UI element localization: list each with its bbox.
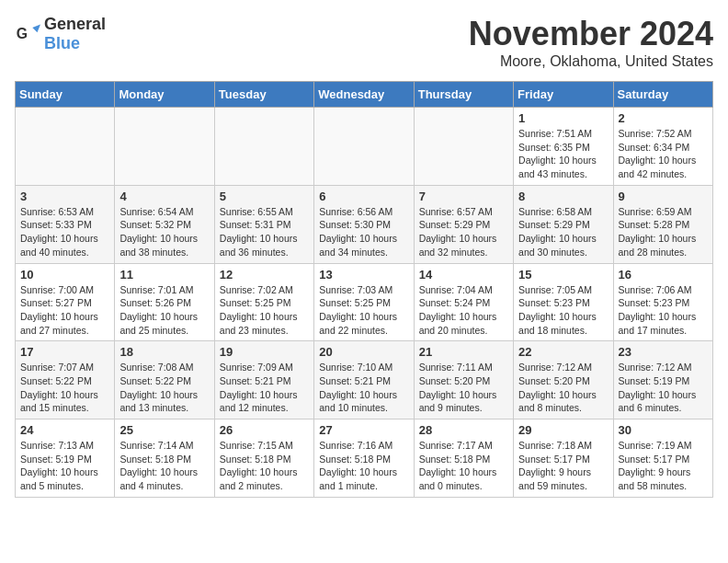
day-number: 7 — [419, 190, 508, 203]
day-info: Sunrise: 7:11 AM Sunset: 5:20 PM Dayligh… — [419, 361, 508, 415]
calendar-body: 1Sunrise: 7:51 AM Sunset: 6:35 PM Daylig… — [16, 108, 713, 498]
day-info: Sunrise: 7:06 AM Sunset: 5:23 PM Dayligh… — [619, 283, 708, 338]
calendar-cell — [414, 108, 513, 186]
calendar-week-row: 3Sunrise: 6:53 AM Sunset: 5:33 PM Daylig… — [16, 185, 713, 263]
weekday-header: Monday — [115, 82, 214, 108]
month-title: November 2024 — [469, 15, 713, 53]
logo: G General Blue — [15, 15, 106, 53]
day-number: 18 — [119, 345, 209, 359]
svg-text:G: G — [17, 26, 28, 41]
day-info: Sunrise: 6:56 AM Sunset: 5:30 PM Dayligh… — [319, 205, 408, 259]
day-number: 22 — [518, 345, 608, 359]
day-info: Sunrise: 7:19 AM Sunset: 5:17 PM Dayligh… — [619, 439, 708, 493]
day-info: Sunrise: 6:55 AM Sunset: 5:31 PM Dayligh… — [220, 205, 309, 259]
day-number: 19 — [220, 345, 309, 359]
day-info: Sunrise: 7:09 AM Sunset: 5:21 PM Dayligh… — [220, 361, 309, 415]
weekday-header: Sunday — [16, 82, 115, 108]
calendar-cell: 22Sunrise: 7:12 AM Sunset: 5:20 PM Dayli… — [514, 341, 613, 419]
calendar-cell: 16Sunrise: 7:06 AM Sunset: 5:23 PM Dayli… — [613, 263, 712, 341]
calendar-cell: 30Sunrise: 7:19 AM Sunset: 5:17 PM Dayli… — [613, 419, 712, 498]
day-info: Sunrise: 7:00 AM Sunset: 5:27 PM Dayligh… — [20, 283, 109, 338]
calendar-cell: 14Sunrise: 7:04 AM Sunset: 5:24 PM Dayli… — [414, 263, 513, 341]
day-info: Sunrise: 7:52 AM Sunset: 6:34 PM Dayligh… — [619, 127, 708, 181]
calendar-cell: 29Sunrise: 7:18 AM Sunset: 5:17 PM Dayli… — [514, 419, 613, 498]
day-number: 11 — [119, 268, 209, 282]
day-info: Sunrise: 7:07 AM Sunset: 5:22 PM Dayligh… — [20, 361, 109, 415]
day-info: Sunrise: 6:53 AM Sunset: 5:33 PM Dayligh… — [20, 205, 109, 259]
calendar-cell: 12Sunrise: 7:02 AM Sunset: 5:25 PM Dayli… — [214, 263, 313, 341]
weekday-header: Saturday — [613, 82, 712, 108]
day-info: Sunrise: 7:02 AM Sunset: 5:25 PM Dayligh… — [220, 283, 309, 338]
calendar-cell: 10Sunrise: 7:00 AM Sunset: 5:27 PM Dayli… — [16, 263, 115, 341]
calendar-cell: 26Sunrise: 7:15 AM Sunset: 5:18 PM Dayli… — [214, 419, 313, 498]
day-info: Sunrise: 6:54 AM Sunset: 5:32 PM Dayligh… — [119, 205, 209, 259]
logo-icon: G — [15, 21, 40, 47]
day-number: 27 — [319, 423, 408, 437]
calendar-cell: 25Sunrise: 7:14 AM Sunset: 5:18 PM Dayli… — [115, 419, 214, 498]
weekday-header: Wednesday — [314, 82, 414, 108]
calendar-cell: 13Sunrise: 7:03 AM Sunset: 5:25 PM Dayli… — [314, 263, 414, 341]
day-number: 28 — [419, 423, 508, 437]
day-info: Sunrise: 7:12 AM Sunset: 5:20 PM Dayligh… — [518, 361, 608, 415]
location-title: Moore, Oklahoma, United States — [469, 53, 713, 70]
calendar-cell: 1Sunrise: 7:51 AM Sunset: 6:35 PM Daylig… — [514, 108, 613, 186]
day-number: 13 — [319, 268, 408, 282]
day-info: Sunrise: 6:59 AM Sunset: 5:28 PM Dayligh… — [619, 205, 708, 259]
calendar-cell: 21Sunrise: 7:11 AM Sunset: 5:20 PM Dayli… — [414, 341, 513, 419]
day-number: 10 — [20, 268, 109, 282]
day-info: Sunrise: 7:12 AM Sunset: 5:19 PM Dayligh… — [619, 361, 708, 415]
calendar-cell: 9Sunrise: 6:59 AM Sunset: 5:28 PM Daylig… — [613, 185, 712, 263]
day-number: 2 — [619, 111, 708, 125]
day-info: Sunrise: 7:15 AM Sunset: 5:18 PM Dayligh… — [220, 439, 309, 493]
day-number: 4 — [119, 190, 209, 203]
day-info: Sunrise: 7:14 AM Sunset: 5:18 PM Dayligh… — [119, 439, 209, 493]
calendar-week-row: 1Sunrise: 7:51 AM Sunset: 6:35 PM Daylig… — [16, 108, 713, 186]
calendar-cell: 11Sunrise: 7:01 AM Sunset: 5:26 PM Dayli… — [115, 263, 214, 341]
day-number: 14 — [419, 268, 508, 282]
day-number: 1 — [518, 111, 608, 125]
calendar-header-row: SundayMondayTuesdayWednesdayThursdayFrid… — [16, 82, 713, 108]
day-number: 26 — [220, 423, 309, 437]
day-info: Sunrise: 7:05 AM Sunset: 5:23 PM Dayligh… — [518, 283, 608, 338]
svg-marker-1 — [32, 25, 40, 33]
calendar-cell: 2Sunrise: 7:52 AM Sunset: 6:34 PM Daylig… — [613, 108, 712, 186]
day-number: 20 — [319, 345, 408, 359]
day-number: 21 — [419, 345, 508, 359]
day-number: 17 — [20, 345, 109, 359]
title-area: November 2024 Moore, Oklahoma, United St… — [469, 15, 713, 70]
weekday-header: Friday — [514, 82, 613, 108]
calendar-cell: 6Sunrise: 6:56 AM Sunset: 5:30 PM Daylig… — [314, 185, 414, 263]
weekday-header: Tuesday — [214, 82, 313, 108]
day-info: Sunrise: 7:01 AM Sunset: 5:26 PM Dayligh… — [119, 283, 209, 338]
logo-general: General — [44, 15, 106, 33]
calendar-week-row: 17Sunrise: 7:07 AM Sunset: 5:22 PM Dayli… — [16, 341, 713, 419]
calendar-cell: 7Sunrise: 6:57 AM Sunset: 5:29 PM Daylig… — [414, 185, 513, 263]
day-info: Sunrise: 6:58 AM Sunset: 5:29 PM Dayligh… — [518, 205, 608, 259]
logo-blue: Blue — [44, 34, 80, 52]
calendar-cell: 18Sunrise: 7:08 AM Sunset: 5:22 PM Dayli… — [115, 341, 214, 419]
day-number: 30 — [619, 423, 708, 437]
day-number: 8 — [518, 190, 608, 203]
day-number: 6 — [319, 190, 408, 203]
day-info: Sunrise: 7:10 AM Sunset: 5:21 PM Dayligh… — [319, 361, 408, 415]
calendar-cell — [16, 108, 115, 186]
day-info: Sunrise: 6:57 AM Sunset: 5:29 PM Dayligh… — [419, 205, 508, 259]
day-number: 29 — [518, 423, 608, 437]
day-info: Sunrise: 7:04 AM Sunset: 5:24 PM Dayligh… — [419, 283, 508, 338]
calendar-cell — [115, 108, 214, 186]
calendar-cell: 24Sunrise: 7:13 AM Sunset: 5:19 PM Dayli… — [16, 419, 115, 498]
day-number: 15 — [518, 268, 608, 282]
day-info: Sunrise: 7:13 AM Sunset: 5:19 PM Dayligh… — [20, 439, 109, 493]
calendar-cell: 20Sunrise: 7:10 AM Sunset: 5:21 PM Dayli… — [314, 341, 414, 419]
day-number: 5 — [220, 190, 309, 203]
calendar-cell: 8Sunrise: 6:58 AM Sunset: 5:29 PM Daylig… — [514, 185, 613, 263]
calendar-cell: 27Sunrise: 7:16 AM Sunset: 5:18 PM Dayli… — [314, 419, 414, 498]
calendar-table: SundayMondayTuesdayWednesdayThursdayFrid… — [15, 81, 713, 498]
day-number: 9 — [619, 190, 708, 203]
day-info: Sunrise: 7:51 AM Sunset: 6:35 PM Dayligh… — [518, 127, 608, 181]
calendar-week-row: 24Sunrise: 7:13 AM Sunset: 5:19 PM Dayli… — [16, 419, 713, 498]
day-info: Sunrise: 7:16 AM Sunset: 5:18 PM Dayligh… — [319, 439, 408, 493]
calendar-cell — [314, 108, 414, 186]
calendar-cell: 15Sunrise: 7:05 AM Sunset: 5:23 PM Dayli… — [514, 263, 613, 341]
calendar-cell: 28Sunrise: 7:17 AM Sunset: 5:18 PM Dayli… — [414, 419, 513, 498]
